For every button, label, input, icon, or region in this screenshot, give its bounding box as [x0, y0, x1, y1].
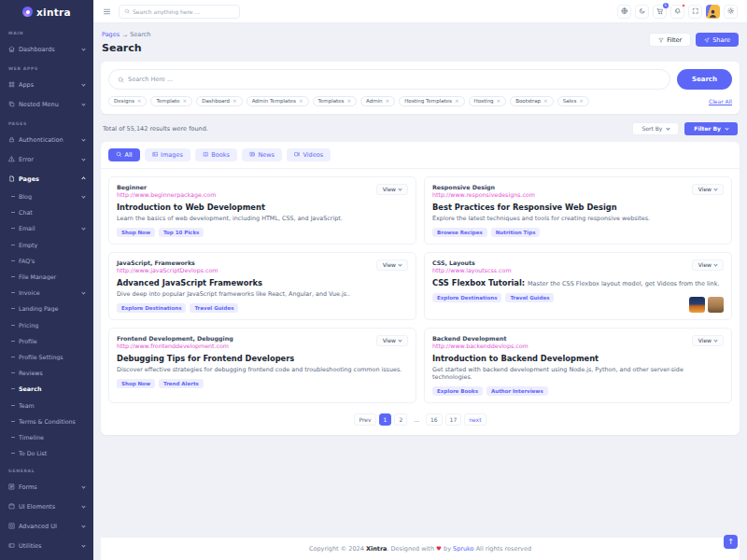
sidebar-item-to-do-list[interactable]: To Do List — [0, 445, 93, 461]
main-search-field[interactable] — [108, 69, 670, 90]
sidebar-item-invoice[interactable]: Invoice — [0, 285, 93, 301]
clear-all-link[interactable]: Clear All — [709, 98, 732, 105]
pagination-page-17[interactable]: 17 — [445, 413, 462, 426]
notifications-button[interactable] — [670, 5, 684, 19]
sort-by-dropdown[interactable]: Sort By — [632, 122, 679, 135]
tag-designs[interactable]: Designs× — [108, 96, 147, 106]
tag-hosting[interactable]: Hosting× — [469, 96, 507, 106]
tag-bootstrap[interactable]: Bootstrap× — [510, 96, 553, 106]
remove-tag-icon[interactable]: × — [233, 98, 237, 104]
main-search-input[interactable] — [128, 76, 661, 83]
sidebar-item-authentication[interactable]: Authentication — [0, 130, 93, 149]
thumbnail-image[interactable] — [689, 297, 705, 313]
remove-tag-icon[interactable]: × — [543, 98, 548, 104]
sidebar-item-apps[interactable]: Apps — [0, 75, 93, 94]
cart-button[interactable]: 5 — [653, 5, 667, 19]
pagination-next[interactable]: next — [464, 413, 486, 426]
pagination-prev[interactable]: Prev — [354, 413, 375, 426]
result-badge-trend-alerts[interactable]: Trend Alerts — [159, 379, 204, 388]
footer-agency-link[interactable]: Spruko — [453, 545, 474, 553]
topbar-search[interactable] — [119, 5, 240, 19]
result-badge-travel-guides[interactable]: Travel Guides — [190, 303, 238, 313]
sidebar-item-nested-menu[interactable]: Nested Menu — [0, 94, 93, 114]
sidebar-item-advanced-ui[interactable]: Advanced UI — [0, 516, 93, 536]
sidebar-item-blog[interactable]: Blog — [0, 189, 93, 204]
breadcrumb-parent[interactable]: Pages — [102, 31, 120, 38]
result-badge-author-interviews[interactable]: Author Interviews — [486, 386, 548, 396]
sidebar-item-email[interactable]: Email — [0, 220, 93, 236]
brand-logo[interactable]: xintra — [0, 0, 93, 23]
sidebar-item-ui-elements[interactable]: UI Elements — [0, 497, 93, 516]
result-url[interactable]: http://www.frontenddevelopment.com — [117, 343, 408, 349]
tab-news[interactable]: News — [242, 148, 282, 161]
sidebar-item-utilities[interactable]: Utilities — [0, 536, 93, 555]
settings-button[interactable] — [724, 5, 738, 19]
view-button[interactable]: View — [376, 335, 408, 347]
tab-books[interactable]: Books — [195, 148, 237, 161]
result-badge-explore-destinations[interactable]: Explore Destinations — [432, 293, 501, 302]
view-button[interactable]: View — [692, 184, 724, 196]
sidebar-item-empty[interactable]: Empty — [0, 237, 93, 253]
search-button[interactable]: Search — [677, 69, 732, 90]
translate-button[interactable] — [617, 5, 631, 19]
sidebar-item-forms[interactable]: Forms — [0, 477, 93, 497]
view-button[interactable]: View — [692, 259, 724, 272]
sidebar-item-team[interactable]: Team — [0, 397, 93, 413]
share-button[interactable]: Share — [696, 33, 739, 47]
result-badge-shop-now[interactable]: Shop Now — [117, 379, 155, 388]
hamburger-menu-button[interactable] — [103, 7, 111, 16]
sidebar-item-pages[interactable]: Pages — [0, 169, 93, 189]
result-badge-travel-guides[interactable]: Travel Guides — [505, 293, 554, 302]
filter-by-dropdown[interactable]: Filter By — [684, 122, 738, 135]
remove-tag-icon[interactable]: × — [386, 98, 390, 104]
result-url[interactable]: http://www.backenddevlops.com — [432, 343, 724, 349]
sidebar-item-profile[interactable]: Profile — [0, 333, 93, 349]
remove-tag-icon[interactable]: × — [183, 98, 188, 104]
result-badge-explore-destinations[interactable]: Explore Destinations — [117, 303, 186, 313]
sidebar-item-faq-s[interactable]: FAQ's — [0, 253, 93, 269]
scroll-to-top-button[interactable]: ↑ — [724, 535, 738, 549]
result-badge-top-10-picks[interactable]: Top 10 Picks — [159, 228, 204, 237]
view-button[interactable]: View — [692, 335, 724, 347]
tag-admin[interactable]: Admin× — [360, 96, 395, 106]
dark-mode-button[interactable] — [635, 5, 649, 19]
tab-videos[interactable]: Videos — [287, 148, 331, 161]
result-url[interactable]: http://www.layoutscss.com — [432, 267, 724, 273]
sidebar-item-file-manager[interactable]: File Manager — [0, 269, 93, 285]
remove-tag-icon[interactable]: × — [137, 98, 142, 104]
tag-template[interactable]: Template× — [150, 96, 192, 106]
pagination-page-2[interactable]: 2 — [394, 413, 407, 426]
sidebar-item-reviews[interactable]: Reviews — [0, 365, 93, 381]
result-badge-nutrition-tips[interactable]: Nutrition Tips — [491, 228, 541, 237]
result-url[interactable]: http://www.beginnerpackage.com — [117, 191, 408, 198]
user-avatar[interactable] — [706, 5, 720, 19]
result-url[interactable]: http://www.javaScriptDevlops.com — [117, 267, 408, 273]
filter-button[interactable]: Filter — [649, 33, 691, 47]
remove-tag-icon[interactable]: × — [299, 98, 303, 104]
sidebar-item-dashboards[interactable]: Dashboards — [0, 39, 93, 59]
sidebar-item-profile-settings[interactable]: Profile Settings — [0, 349, 93, 365]
sidebar-item-search[interactable]: Search — [0, 381, 93, 397]
view-button[interactable]: View — [376, 259, 408, 272]
remove-tag-icon[interactable]: × — [346, 98, 351, 104]
result-badge-browse-recipes[interactable]: Browse Recipes — [432, 228, 487, 237]
result-url[interactable]: http://www.responsivedesigns.com — [432, 191, 724, 198]
thumbnail-image[interactable] — [708, 297, 724, 313]
sidebar-item-timeline[interactable]: Timeline — [0, 429, 93, 445]
tag-sales[interactable]: Sales× — [557, 96, 589, 106]
remove-tag-icon[interactable]: × — [579, 98, 584, 104]
tag-hosting-templates[interactable]: Hosting Templates× — [399, 96, 464, 106]
tag-admin-templates[interactable]: Admin Templates× — [247, 96, 309, 106]
result-badge-explore-books[interactable]: Explore Books — [432, 386, 483, 396]
result-badge-shop-now[interactable]: Shop Now — [117, 228, 155, 237]
view-button[interactable]: View — [376, 184, 408, 196]
fullscreen-button[interactable] — [688, 5, 702, 19]
tag-dashboard[interactable]: Dashboard× — [196, 96, 242, 106]
sidebar-item-pricing[interactable]: Pricing — [0, 317, 93, 333]
pagination-page-16[interactable]: 16 — [426, 413, 443, 426]
sidebar-item-error[interactable]: Error — [0, 149, 93, 169]
sidebar-item-terms-conditions[interactable]: Terms & Conditions — [0, 413, 93, 429]
topbar-search-input[interactable] — [133, 8, 234, 15]
sidebar-item-chat[interactable]: Chat — [0, 204, 93, 220]
tab-images[interactable]: Images — [145, 148, 190, 161]
